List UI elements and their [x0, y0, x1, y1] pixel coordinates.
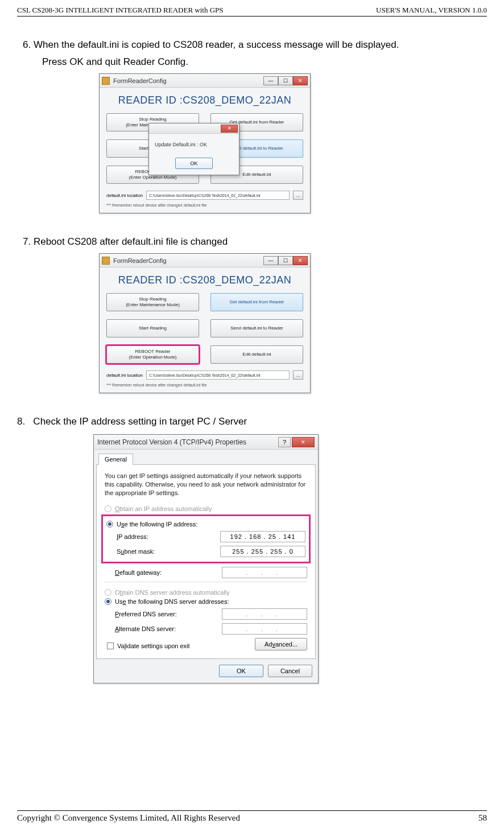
step-8: 8. Check the IP address setting in targe… — [17, 416, 487, 683]
update-ok-dialog: ✕ Update Default.ini : OK OK — [148, 123, 239, 175]
browse-button[interactable]: ... — [293, 191, 303, 200]
btn-line2: (Enter Maintenance Mode) — [126, 302, 180, 308]
maximize-button[interactable]: ☐ — [278, 256, 293, 265]
checkbox-validate-settings[interactable] — [107, 642, 114, 649]
footer-copyright: Copyright © Convergence Systems Limited,… — [17, 813, 240, 823]
form-reader-config-1: FormReaderConfig — ☐ ✕ READER ID :CS208_… — [99, 73, 311, 213]
radio-obtain-dns-auto[interactable] — [105, 589, 111, 596]
reader-id-title: READER ID :CS208_DEMO_22JAN — [106, 94, 303, 106]
label-use-following-dns: Use the following DNS server addresses: — [115, 598, 229, 605]
btn-line1: REBOOT Reader — [135, 349, 170, 355]
reader-id-title: READER ID :CS208_DEMO_22JAN — [106, 274, 303, 286]
tab-general[interactable]: General — [98, 454, 133, 465]
dialog-message: Update Default.ini : OK — [155, 142, 233, 147]
tab-strip: General — [94, 450, 318, 464]
btn-label: Send default.ini to Reader — [230, 326, 283, 331]
input-preferred-dns[interactable]: . . . — [222, 608, 307, 620]
step-6-num: 6. — [23, 39, 31, 50]
step-6: 6. When the default.ini is copied to CS2… — [23, 39, 487, 213]
step-6-subtext: Press OK and quit Reader Config. — [42, 56, 487, 68]
tab-panel-general: You can get IP settings assigned automat… — [96, 464, 316, 659]
send-default-ini-button[interactable]: Send default.ini to Reader — [210, 319, 303, 337]
label-use-following-ip: Use the following IP address: — [117, 521, 197, 528]
browse-button[interactable]: ... — [293, 370, 303, 380]
page-footer: Copyright © Convergence Systems Limited,… — [17, 810, 487, 823]
dialog-ok-button[interactable]: OK — [175, 158, 213, 169]
ok-button[interactable]: OK — [219, 665, 263, 677]
step-6-text: When the default.ini is copied to CS208 … — [34, 39, 399, 50]
input-alternate-dns[interactable]: . . . — [222, 623, 307, 635]
titlebar: Internet Protocol Version 4 (TCP/IPv4) P… — [94, 435, 318, 450]
path-label: default.ini location — [106, 193, 143, 198]
window-title: FormReaderConfig — [113, 257, 263, 264]
radio-obtain-ip-auto[interactable] — [105, 505, 111, 512]
btn-line2: (Enter Operation Mode) — [129, 355, 176, 360]
btn-label: Edit default.ini — [242, 172, 271, 178]
start-reading-button[interactable]: Start Reading — [106, 319, 199, 337]
minimize-button[interactable]: — — [263, 76, 278, 85]
get-default-ini-button[interactable]: Get default.ini from Reader — [210, 293, 303, 311]
radio-use-following-dns[interactable] — [105, 598, 111, 605]
app-icon — [102, 77, 110, 85]
step-7: 7. Reboot CS208 after default.ini file i… — [23, 236, 487, 393]
label-default-gateway: Default gateway: — [115, 569, 162, 576]
path-label: default.ini location — [106, 373, 143, 378]
btn-line2: (Enter Operation Mode) — [129, 175, 176, 180]
titlebar: FormReaderConfig — ☐ ✕ — [100, 254, 310, 267]
maximize-button[interactable]: ☐ — [278, 76, 293, 85]
app-icon — [102, 257, 110, 265]
close-button[interactable]: ✕ — [292, 437, 315, 447]
btn-label: Start Reading — [139, 326, 167, 331]
step-7-num: 7. — [23, 236, 31, 247]
path-input[interactable]: C:\Users\steve.tso\Desktop\CS208 Test\20… — [146, 191, 290, 200]
close-button[interactable]: ✕ — [293, 256, 308, 265]
radio-use-following-ip[interactable] — [106, 521, 113, 528]
ipv4-properties-dialog: Internet Protocol Version 4 (TCP/IPv4) P… — [93, 434, 319, 683]
label-obtain-dns-auto: Obtain DNS server address automatically — [115, 589, 230, 596]
footer-page-number: 58 — [478, 813, 487, 823]
btn-line1: Stop Reading — [139, 117, 166, 122]
label-alternate-dns: Alternate DNS server: — [115, 625, 176, 632]
reboot-note: *** Remember reboot device after changed… — [106, 383, 303, 387]
form-reader-config-2: FormReaderConfig — ☐ ✕ READER ID :CS208_… — [99, 253, 311, 393]
label-obtain-ip-auto: Obtain an IP address automatically — [115, 505, 212, 512]
input-subnet-mask[interactable]: 255 . 255 . 255 . 0 — [220, 546, 305, 557]
page-header: CSL CS208-3G INTELLIGENT INTEGRATED READ… — [17, 6, 487, 17]
input-ip-address[interactable]: 192 . 168 . 25 . 141 — [220, 531, 305, 542]
step-7-text: Reboot CS208 after default.ini file is c… — [34, 236, 228, 247]
step-8-num: 8. — [17, 416, 25, 427]
advanced-button[interactable]: Advanced... — [255, 638, 307, 650]
titlebar: FormReaderConfig — ☐ ✕ — [100, 74, 310, 88]
btn-label: Edit default.ini — [242, 352, 271, 357]
dialog-close-button[interactable]: ✕ — [221, 125, 238, 133]
stop-reading-button[interactable]: Stop Reading (Enter Maintenance Mode) — [106, 293, 199, 311]
ip-highlight-box: Use the following IP address: IP address… — [101, 514, 311, 563]
reboot-note: *** Remember reboot device after changed… — [106, 203, 303, 207]
close-button[interactable]: ✕ — [293, 76, 308, 85]
label-validate-settings: Validate settings upon exit — [117, 642, 190, 649]
label-subnet-mask: Subnet mask: — [117, 548, 155, 555]
path-input[interactable]: C:\Users\steve.tso\Desktop\CS208 Test\20… — [146, 370, 290, 380]
btn-line1: Stop Reading — [139, 296, 166, 302]
btn-label: Get default.ini from Reader — [229, 299, 284, 305]
minimize-button[interactable]: — — [263, 256, 278, 265]
edit-default-ini-button[interactable]: Edit default.ini — [210, 345, 303, 364]
input-default-gateway[interactable]: . . . — [222, 567, 307, 578]
label-preferred-dns: Preferred DNS server: — [115, 611, 177, 617]
header-left: CSL CS208-3G INTELLIGENT INTEGRATED READ… — [17, 6, 224, 15]
label-ip-address: IP address: — [117, 533, 148, 540]
help-button[interactable]: ? — [278, 437, 291, 447]
description-text: You can get IP settings assigned automat… — [105, 472, 307, 497]
cancel-button[interactable]: Cancel — [268, 665, 312, 677]
dialog-title: Internet Protocol Version 4 (TCP/IPv4) P… — [97, 438, 278, 446]
window-title: FormReaderConfig — [113, 77, 263, 84]
reboot-reader-button[interactable]: REBOOT Reader (Enter Operation Mode) — [106, 345, 199, 364]
header-right: USER'S MANUAL, VERSION 1.0.0 — [376, 6, 487, 15]
step-8-text: Check the IP address setting in target P… — [33, 416, 247, 427]
